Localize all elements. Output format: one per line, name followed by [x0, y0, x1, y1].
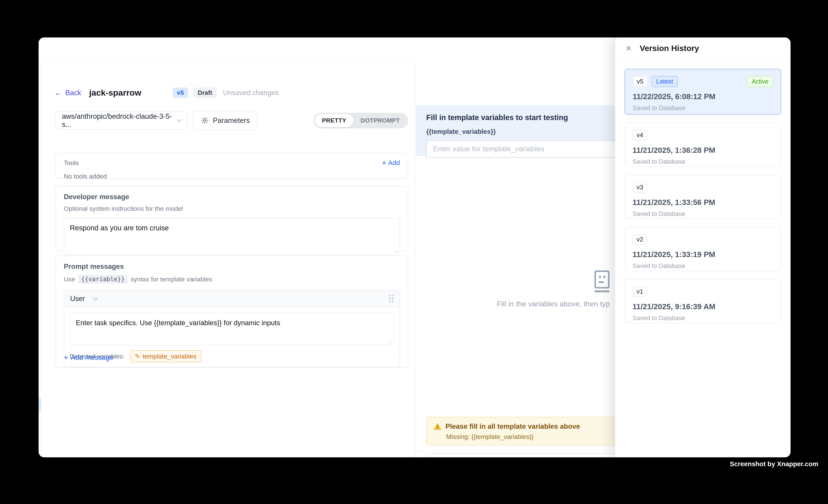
close-icon[interactable]: ×: [626, 43, 631, 53]
message-body: Enter task specifics. Use {{template_var…: [64, 308, 400, 367]
back-button[interactable]: ← Back: [54, 89, 81, 97]
version-number-badge: v2: [632, 234, 647, 245]
detected-variable-chip[interactable]: ✎ template_variables: [130, 350, 201, 362]
developer-message-title: Developer message: [64, 193, 400, 201]
version-number-badge: v1: [632, 286, 647, 297]
title-row: ← Back jack-sparrow v5 Draft Unsaved cha…: [54, 87, 279, 99]
hint-suffix: syntax for template variables: [131, 276, 212, 283]
version-list: v5 Latest Active 11/22/2025, 6:08:12 PM …: [615, 59, 791, 333]
message-header: User: [64, 290, 400, 308]
pencil-icon: ✎: [135, 352, 140, 360]
detected-variables-row: Detected variables: ✎ template_variables: [70, 350, 394, 362]
bot-face-icon: [592, 270, 612, 293]
variable-syntax-hint: Use {{variable}} syntax for template var…: [64, 275, 400, 284]
add-message-button[interactable]: + Add message: [64, 353, 114, 362]
back-label: Back: [65, 89, 81, 97]
latest-badge: Latest: [652, 76, 678, 87]
warning-title: Please fill in all template variables ab…: [446, 422, 580, 430]
gear-icon: [201, 117, 209, 124]
version-number-badge: v5: [633, 76, 648, 87]
hint-prefix: Use: [64, 276, 75, 283]
variable-syntax-chip: {{variable}}: [78, 275, 128, 284]
chevron-down-icon: [93, 295, 98, 300]
detected-variable-name: template_variables: [143, 353, 197, 360]
prompt-messages-card: Prompt messages Use {{variable}} syntax …: [55, 256, 408, 368]
parameters-button[interactable]: Parameters: [193, 111, 257, 130]
empty-state-text: Fill in the variables above, then typ: [497, 300, 610, 308]
version-timestamp: 11/21/2025, 1:33:19 PM: [632, 250, 773, 259]
tools-card: Tools + Add No tools added: [55, 153, 408, 179]
model-toolbar: aws/anthropic/bedrock-claude-3-5-s... Pa…: [55, 111, 408, 130]
model-select[interactable]: aws/anthropic/bedrock-claude-3-5-s...: [55, 111, 187, 130]
plus-icon: +: [382, 159, 386, 167]
version-status: Saved to Database: [632, 158, 773, 165]
tools-empty-text: No tools added: [64, 173, 400, 180]
version-status: Saved to Database: [632, 314, 773, 322]
version-history-header: × Version History: [615, 37, 791, 59]
watermark: Screenshot by Xnapper.com: [730, 460, 818, 468]
page-title: jack-sparrow: [89, 88, 141, 98]
version-status: Saved to Database: [633, 104, 773, 112]
version-timestamp: 11/21/2025, 9:16:39 AM: [632, 302, 773, 311]
version-card-v4[interactable]: v4 11/21/2025, 1:36:28 PM Saved to Datab…: [625, 123, 781, 167]
toggle-pretty[interactable]: PRETTY: [315, 114, 354, 127]
version-history-drawer: × Version History v5 Latest Active 11/22…: [615, 37, 791, 457]
parameters-label: Parameters: [213, 117, 250, 125]
unsaved-changes-label: Unsaved changes: [223, 89, 279, 97]
add-message-label: Add message: [71, 353, 113, 362]
warning-icon: [434, 423, 441, 430]
version-card-v2[interactable]: v2 11/21/2025, 1:33:19 PM Saved to Datab…: [625, 227, 781, 271]
plus-icon: +: [64, 354, 68, 361]
drag-handle[interactable]: [389, 295, 394, 302]
version-card-v5[interactable]: v5 Latest Active 11/22/2025, 6:08:12 PM …: [625, 69, 781, 115]
add-tool-button[interactable]: + Add: [382, 159, 400, 167]
message-value: Enter task specifics. Use {{template_var…: [76, 319, 280, 327]
developer-message-subtitle: Optional system instructions for the mod…: [64, 205, 400, 212]
chevron-down-icon: [177, 117, 181, 122]
version-history-title: Version History: [639, 44, 699, 53]
version-number-badge: v4: [632, 130, 647, 140]
version-timestamp: 11/21/2025, 1:33:56 PM: [632, 198, 773, 207]
version-badge: v5: [173, 87, 188, 98]
prompt-messages-title: Prompt messages: [64, 262, 400, 270]
active-badge: Active: [747, 76, 773, 87]
developer-message-value: Respond as you are tom cruise: [70, 224, 169, 232]
version-card-v3[interactable]: v3 11/21/2025, 1:33:56 PM Saved to Datab…: [625, 175, 781, 219]
developer-message-card: Developer message Optional system instru…: [55, 186, 408, 251]
version-status: Saved to Database: [632, 210, 773, 217]
role-value: User: [70, 295, 85, 303]
role-select[interactable]: User: [70, 295, 97, 303]
version-status: Saved to Database: [632, 262, 773, 269]
draft-badge: Draft: [193, 87, 217, 98]
sidebar-handle[interactable]: [39, 397, 41, 412]
model-select-value: aws/anthropic/bedrock-claude-3-5-s...: [62, 112, 177, 129]
toggle-dotprompt[interactable]: DOTPROMPT: [354, 114, 407, 127]
message-block: User Enter task specifics. Use {{templat…: [64, 290, 400, 367]
version-timestamp: 11/22/2025, 6:08:12 PM: [633, 92, 773, 101]
resize-handle-icon[interactable]: [388, 340, 391, 343]
resize-handle-icon[interactable]: [395, 250, 398, 253]
screenshot-stage: ← Back jack-sparrow v5 Draft Unsaved cha…: [0, 0, 828, 504]
back-arrow-icon: ←: [54, 89, 62, 97]
version-timestamp: 11/21/2025, 1:36:28 PM: [632, 146, 773, 155]
version-card-v1[interactable]: v1 11/21/2025, 9:16:39 AM Saved to Datab…: [625, 279, 781, 323]
version-number-badge: v3: [632, 182, 647, 193]
add-tool-label: Add: [388, 159, 400, 167]
message-textarea[interactable]: Enter task specifics. Use {{template_var…: [70, 313, 394, 345]
developer-message-textarea[interactable]: Respond as you are tom cruise: [64, 218, 400, 255]
format-toggle: PRETTY DOTPROMPT: [314, 113, 408, 128]
app-window: ← Back jack-sparrow v5 Draft Unsaved cha…: [39, 37, 791, 457]
tools-title: Tools: [64, 159, 79, 167]
